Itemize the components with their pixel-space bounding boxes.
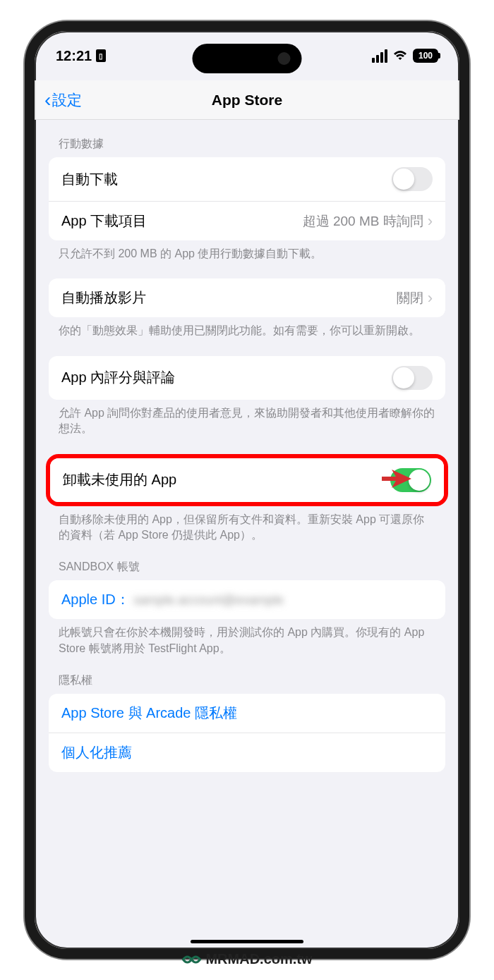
section-header-privacy: 隱私權 bbox=[49, 656, 445, 694]
privacy-link-personalized: 個人化推薦 bbox=[61, 743, 132, 762]
arrow-annotation-icon bbox=[382, 464, 411, 496]
page-title: App Store bbox=[212, 92, 282, 109]
offload-label: 卸載未使用的 App bbox=[63, 470, 176, 489]
apple-id-row[interactable]: Apple ID： sample.account@example bbox=[49, 580, 445, 619]
chevron-right-icon: › bbox=[428, 212, 433, 231]
wifi-icon bbox=[392, 50, 408, 61]
home-indicator[interactable] bbox=[191, 940, 303, 943]
toggle-knob bbox=[409, 470, 430, 491]
app-downloads-value: 超過 200 MB 時詢問 › bbox=[303, 212, 433, 231]
back-label: 設定 bbox=[52, 90, 82, 110]
section-header-cellular: 行動數據 bbox=[49, 120, 445, 157]
ratings-footer: 允許 App 詢問你對產品的使用者意見，來協助開發者和其他使用者瞭解你的想法。 bbox=[49, 400, 445, 437]
ratings-toggle[interactable] bbox=[392, 366, 433, 390]
ratings-row[interactable]: App 內評分與評論 bbox=[49, 356, 445, 400]
ratings-label: App 內評分與評論 bbox=[61, 368, 175, 387]
privacy-group: App Store 與 Arcade 隱私權 個人化推薦 bbox=[49, 694, 445, 772]
autoplay-footer: 你的「動態效果」輔助使用已關閉此功能。如有需要，你可以重新開啟。 bbox=[49, 317, 445, 338]
autoplay-row[interactable]: 自動播放影片 關閉 › bbox=[49, 278, 445, 317]
watermark: MRMAD.com.tw bbox=[181, 951, 312, 967]
offload-row[interactable]: 卸載未使用的 App bbox=[50, 458, 444, 502]
battery-icon: 100 bbox=[413, 49, 438, 63]
highlight-annotation: 卸載未使用的 App bbox=[46, 454, 448, 506]
sandbox-footer: 此帳號只會在你於本機開發時，用於測試你的 App 內購買。你現有的 App St… bbox=[49, 619, 445, 656]
dual-sim-icon: ▯ bbox=[96, 49, 106, 62]
autoplay-label: 自動播放影片 bbox=[61, 288, 146, 307]
watermark-text: MRMAD.com.tw bbox=[205, 951, 312, 967]
battery-level: 100 bbox=[418, 51, 433, 61]
apple-id-label: Apple ID： sample.account@example bbox=[61, 590, 284, 609]
privacy-link-appstore: App Store 與 Arcade 隱私權 bbox=[61, 704, 237, 723]
chevron-right-icon: › bbox=[428, 289, 433, 307]
auto-download-toggle[interactable] bbox=[392, 167, 433, 191]
back-button[interactable]: ‹ 設定 bbox=[44, 90, 82, 110]
section-header-sandbox: SANDBOX 帳號 bbox=[49, 543, 445, 580]
autoplay-group: 自動播放影片 關閉 › bbox=[49, 278, 445, 317]
dynamic-island bbox=[193, 44, 302, 73]
toggle-knob bbox=[393, 169, 414, 190]
autoplay-value: 關閉 › bbox=[397, 289, 433, 307]
watermark-logo-icon bbox=[181, 953, 201, 967]
cellular-group: 自動下載 App 下載項目 超過 200 MB 時詢問 › bbox=[49, 157, 445, 240]
nav-header: ‹ 設定 App Store bbox=[35, 80, 459, 120]
chevron-left-icon: ‹ bbox=[44, 90, 51, 110]
privacy-appstore-row[interactable]: App Store 與 Arcade 隱私權 bbox=[49, 694, 445, 733]
sandbox-group: Apple ID： sample.account@example bbox=[49, 580, 445, 619]
offload-group: 卸載未使用的 App bbox=[50, 458, 444, 502]
cellular-footer: 只允許不到 200 MB 的 App 使用行動數據自動下載。 bbox=[49, 240, 445, 262]
auto-download-row[interactable]: 自動下載 bbox=[49, 157, 445, 201]
settings-content[interactable]: 行動數據 自動下載 App 下載項目 超過 200 MB 時詢問 › 只允許不到… bbox=[35, 120, 459, 949]
privacy-personalized-row[interactable]: 個人化推薦 bbox=[49, 733, 445, 772]
auto-download-label: 自動下載 bbox=[61, 170, 118, 189]
status-time: 12:21 bbox=[56, 48, 92, 64]
status-time-area: 12:21 ▯ bbox=[56, 48, 106, 64]
toggle-knob bbox=[393, 367, 414, 388]
ratings-group: App 內評分與評論 bbox=[49, 356, 445, 400]
phone-frame: 12:21 ▯ 100 ‹ 設定 App Store 行動數據 自動下載 bbox=[25, 21, 469, 959]
cellular-icon bbox=[372, 49, 387, 63]
status-indicators: 100 bbox=[372, 49, 438, 63]
offload-footer: 自動移除未使用的 App，但保留所有文件和資料。重新安裝 App 可還原你的資料… bbox=[49, 506, 445, 544]
app-downloads-row[interactable]: App 下載項目 超過 200 MB 時詢問 › bbox=[49, 201, 445, 240]
app-downloads-label: App 下載項目 bbox=[61, 212, 147, 231]
apple-id-value: sample.account@example bbox=[133, 593, 283, 607]
